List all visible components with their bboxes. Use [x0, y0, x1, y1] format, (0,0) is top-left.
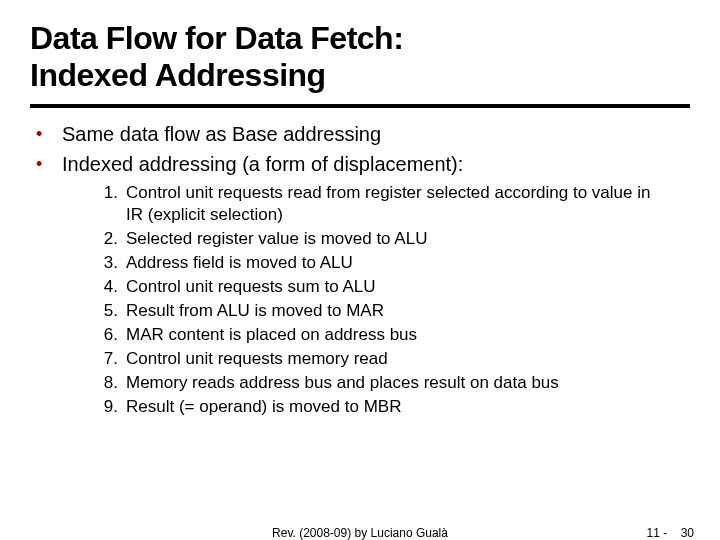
list-item-text: Selected register value is moved to ALU: [126, 228, 427, 250]
list-item: 6. MAR content is placed on address bus: [100, 324, 690, 346]
list-item-number: 1.: [100, 182, 126, 204]
list-item: 8. Memory reads address bus and places r…: [100, 372, 690, 394]
list-item: 2. Selected register value is moved to A…: [100, 228, 690, 250]
title-line-2: Indexed Addressing: [30, 57, 326, 93]
bullet-icon: •: [36, 122, 62, 146]
footer-page: 11 - 30: [647, 526, 694, 540]
list-item-text: Result from ALU is moved to MAR: [126, 300, 384, 322]
bullet-text: Same data flow as Base addressing: [62, 122, 381, 146]
list-item: 1. Control unit requests read from regis…: [100, 182, 690, 226]
footer-revision: Rev. (2008-09) by Luciano Gualà: [272, 526, 448, 540]
list-item-number: 7.: [100, 348, 126, 370]
footer-page-number: 30: [681, 526, 694, 540]
list-item-text: Control unit requests memory read: [126, 348, 388, 370]
list-item: 4. Control unit requests sum to ALU: [100, 276, 690, 298]
list-item: 7. Control unit requests memory read: [100, 348, 690, 370]
bullet-icon: •: [36, 152, 62, 176]
list-item-number: 2.: [100, 228, 126, 250]
list-item-text: MAR content is placed on address bus: [126, 324, 417, 346]
bullet-item: • Same data flow as Base addressing: [36, 122, 690, 146]
list-item-number: 4.: [100, 276, 126, 298]
slide-title: Data Flow for Data Fetch: Indexed Addres…: [30, 20, 690, 94]
slide: Data Flow for Data Fetch: Indexed Addres…: [0, 0, 720, 540]
footer-page-prefix: 11 -: [647, 526, 668, 540]
list-item: 3. Address field is moved to ALU: [100, 252, 690, 274]
list-item-number: 9.: [100, 396, 126, 418]
title-underline: [30, 104, 690, 108]
list-item-number: 6.: [100, 324, 126, 346]
list-item-text: Control unit requests sum to ALU: [126, 276, 375, 298]
list-item-number: 3.: [100, 252, 126, 274]
title-line-1: Data Flow for Data Fetch:: [30, 20, 403, 56]
list-item-text: Memory reads address bus and places resu…: [126, 372, 559, 394]
list-item-number: 5.: [100, 300, 126, 322]
list-item: 9. Result (= operand) is moved to MBR: [100, 396, 690, 418]
list-item-number: 8.: [100, 372, 126, 394]
list-item-text: Result (= operand) is moved to MBR: [126, 396, 401, 418]
list-item-text: Address field is moved to ALU: [126, 252, 353, 274]
numbered-list: 1. Control unit requests read from regis…: [100, 182, 690, 418]
list-item-text: Control unit requests read from register…: [126, 182, 666, 226]
list-item: 5. Result from ALU is moved to MAR: [100, 300, 690, 322]
bullet-item: • Indexed addressing (a form of displace…: [36, 152, 690, 176]
slide-body: • Same data flow as Base addressing • In…: [30, 122, 690, 418]
bullet-text: Indexed addressing (a form of displaceme…: [62, 152, 463, 176]
